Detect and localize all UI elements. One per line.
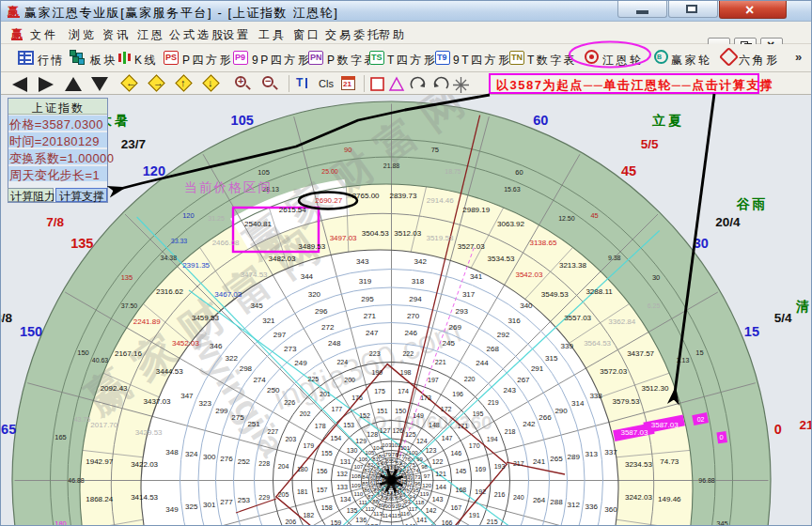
svg-text:54: 54 (391, 458, 397, 464)
svg-text:136: 136 (355, 517, 367, 523)
svg-text:217: 217 (513, 460, 524, 467)
svg-text:78: 78 (392, 452, 398, 457)
svg-text:182: 182 (303, 512, 314, 518)
svg-text:86: 86 (364, 487, 370, 493)
svg-text:130: 130 (347, 447, 358, 454)
svg-text:165: 165 (55, 433, 67, 441)
svg-text:82: 82 (367, 462, 374, 468)
svg-text:5/4: 5/4 (774, 311, 792, 325)
svg-text:269: 269 (449, 323, 462, 332)
svg-text:343: 343 (356, 257, 369, 266)
svg-text:119: 119 (420, 491, 429, 497)
svg-text:148: 148 (429, 422, 440, 428)
svg-text:95: 95 (413, 487, 419, 493)
svg-text:85: 85 (362, 481, 368, 487)
svg-text:167: 167 (450, 504, 461, 511)
svg-text:297: 297 (273, 331, 287, 339)
svg-text:225: 225 (308, 376, 320, 382)
svg-text:267: 267 (517, 376, 530, 384)
svg-text:3452.03: 3452.03 (172, 339, 199, 348)
svg-text:7/8: 7/8 (46, 215, 64, 229)
svg-text:199: 199 (372, 369, 383, 376)
svg-text:157: 157 (317, 487, 328, 493)
svg-text:134: 134 (340, 496, 351, 503)
svg-text:90: 90 (384, 503, 391, 509)
svg-text:3512.03: 3512.03 (394, 229, 421, 238)
svg-text:144: 144 (435, 484, 446, 490)
svg-text:93: 93 (404, 499, 411, 504)
svg-text:150: 150 (77, 348, 89, 357)
svg-text:337: 337 (604, 448, 617, 456)
svg-text:219: 219 (488, 399, 499, 406)
svg-text:264: 264 (533, 496, 546, 504)
svg-text:127: 127 (380, 427, 391, 434)
svg-text:3557.03: 3557.03 (564, 314, 591, 322)
svg-text:3429.53: 3429.53 (135, 428, 163, 437)
svg-text:159: 159 (331, 519, 342, 526)
svg-text:74: 74 (413, 468, 419, 473)
svg-text:345: 345 (250, 302, 263, 310)
svg-text:191: 191 (469, 512, 480, 518)
svg-text:174: 174 (398, 388, 409, 394)
svg-text:3527.03: 3527.03 (458, 242, 485, 251)
svg-text:2092.43: 2092.43 (101, 384, 128, 393)
svg-text:345: 345 (716, 519, 728, 526)
svg-text:181: 181 (297, 488, 308, 495)
svg-text:196: 196 (452, 391, 463, 397)
svg-text:241: 241 (533, 457, 546, 466)
svg-text:165: 165 (1, 422, 16, 437)
svg-text:228: 228 (258, 460, 270, 467)
svg-text:60: 60 (533, 113, 548, 128)
svg-text:265: 265 (550, 455, 563, 463)
svg-text:109: 109 (351, 483, 362, 488)
svg-text:154: 154 (331, 435, 342, 441)
svg-text:348: 348 (165, 448, 179, 456)
svg-text:105: 105 (258, 168, 270, 177)
svg-text:247: 247 (366, 329, 379, 337)
svg-text:120: 120 (182, 211, 195, 220)
svg-text:75: 75 (409, 462, 415, 468)
svg-text:94: 94 (409, 494, 415, 500)
svg-text:3242.03: 3242.03 (625, 493, 652, 502)
svg-text:224: 224 (336, 359, 348, 365)
svg-text:3.13: 3.13 (677, 357, 690, 364)
svg-text:96.88: 96.88 (698, 477, 715, 484)
svg-text:150: 150 (20, 324, 42, 339)
svg-text:271: 271 (364, 312, 377, 320)
svg-text:9.38: 9.38 (608, 255, 621, 261)
svg-text:105: 105 (231, 113, 254, 128)
svg-text:135: 135 (347, 507, 358, 514)
svg-text:294: 294 (409, 295, 422, 303)
svg-text:2839.73: 2839.73 (389, 192, 416, 200)
svg-text:80: 80 (378, 454, 384, 459)
svg-text:169: 169 (475, 466, 486, 472)
svg-text:275: 275 (231, 413, 244, 422)
svg-text:324: 324 (185, 450, 198, 458)
svg-text:246: 246 (405, 329, 418, 337)
svg-text:3437.03: 3437.03 (144, 397, 171, 406)
svg-text:229: 229 (258, 494, 270, 501)
svg-text:33.33: 33.33 (171, 238, 188, 244)
svg-text:101: 101 (400, 445, 411, 451)
svg-text:216: 216 (494, 491, 506, 498)
svg-text:25.00: 25.00 (321, 168, 338, 175)
svg-text:1942.97: 1942.97 (86, 457, 113, 466)
svg-text:清明: 清明 (796, 299, 812, 314)
svg-text:3138.65: 3138.65 (529, 239, 556, 247)
svg-text:268: 268 (487, 345, 500, 353)
svg-text:141: 141 (416, 517, 428, 523)
svg-text:2989.19: 2989.19 (462, 206, 490, 214)
svg-text:220: 220 (464, 376, 476, 382)
svg-text:15: 15 (744, 324, 759, 339)
svg-text:168: 168 (456, 487, 467, 493)
svg-text:18.75: 18.75 (445, 168, 461, 175)
svg-text:150: 150 (395, 408, 406, 414)
svg-text:23/8: 23/8 (1, 311, 12, 325)
svg-text:194: 194 (487, 436, 498, 442)
svg-text:37.50: 37.50 (121, 302, 138, 309)
svg-text:73: 73 (414, 474, 421, 480)
svg-text:97: 97 (424, 473, 430, 479)
svg-text:147: 147 (442, 435, 453, 441)
svg-text:3542.03: 3542.03 (515, 271, 542, 279)
svg-text:55: 55 (386, 458, 392, 464)
